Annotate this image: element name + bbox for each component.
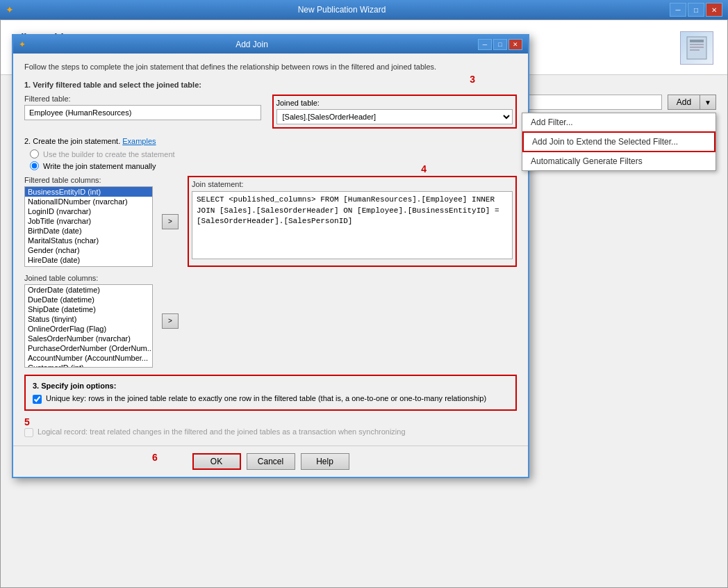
svg-rect-1 <box>690 40 704 42</box>
join-options-label: 3. Specify join options: <box>33 382 508 390</box>
modal-instruction: Follow the steps to complete the join st… <box>24 62 517 72</box>
col-item-maritalstatus[interactable]: MaritalStatus (nchar) <box>25 236 152 245</box>
radio-manual-input[interactable] <box>30 161 39 170</box>
radio-builder-input[interactable] <box>30 149 39 158</box>
jcol-shipdate[interactable]: ShipDate (datetime) <box>25 304 152 314</box>
join-statement-label: Join statement: <box>192 180 513 188</box>
app-icon: ✦ <box>6 4 14 15</box>
add-dropdown-button[interactable]: ▼ <box>700 95 716 110</box>
joined-columns-section: Joined table columns: OrderDate (datetim… <box>24 274 153 368</box>
arrow-btn-section: > <box>160 176 181 267</box>
unique-key-checkbox[interactable] <box>33 395 42 404</box>
logical-record-option: Logical record: treat related changes in… <box>24 427 517 437</box>
joined-columns-label: Joined table columns: <box>24 274 153 282</box>
col-item-businessentityid[interactable]: BusinessEntityID (int) <box>25 187 152 197</box>
joined-arrow-section: > <box>160 274 181 368</box>
jcol-orderdate[interactable]: OrderDate (datetime) <box>25 285 152 295</box>
col-item-gender[interactable]: Gender (nchar) <box>25 245 152 255</box>
add-button[interactable]: Add <box>668 95 700 110</box>
join-options-box: 3. Specify join options: Unique key: row… <box>24 375 517 411</box>
svg-rect-2 <box>690 44 704 45</box>
jcol-purchaseorder[interactable]: PurchaseOrderNumber (OrderNum... <box>25 343 152 353</box>
svg-rect-3 <box>690 47 704 48</box>
joined-columns-list[interactable]: OrderDate (datetime) DueDate (datetime) … <box>24 284 153 368</box>
add-join-modal: ✦ Add Join ─ □ ✕ Follow the steps to com… <box>12 34 529 478</box>
radio-group: Use the builder to create the statement … <box>30 149 517 170</box>
col-item-jobtitle[interactable]: JobTitle (nvarchar) <box>25 216 152 226</box>
ok-button[interactable]: OK <box>192 453 241 470</box>
filtered-table-label: Filtered table: <box>24 95 261 103</box>
unique-key-label: Unique key: rows in the joined table rel… <box>46 394 486 402</box>
step3-section: 3. Specify join options: Unique key: row… <box>24 375 517 437</box>
col-item-nationalid[interactable]: NationalIDNumber (nvarchar) <box>25 197 152 206</box>
modal-controls: ─ □ ✕ <box>478 39 522 50</box>
title-bar: ✦ New Publication Wizard ─ □ ✕ <box>0 0 728 19</box>
step2-label: 2. Create the join statement. Examples <box>24 137 156 145</box>
step3-number: 3 <box>470 74 475 85</box>
radio-builder-label: Use the builder to create the statement <box>43 150 175 158</box>
logical-record-label: Logical record: treat related changes in… <box>38 427 406 436</box>
jcol-status[interactable]: Status (tinyint) <box>25 314 152 324</box>
window-controls: ─ □ ✕ <box>670 3 722 17</box>
modal-title-bar: ✦ Add Join ─ □ ✕ <box>13 35 528 54</box>
step2-header: 2. Create the join statement. Examples <box>24 137 517 145</box>
minimize-button[interactable]: ─ <box>670 3 686 17</box>
jcol-accountnumber[interactable]: AccountNumber (AccountNumber... <box>25 353 152 363</box>
modal-maximize-button[interactable]: □ <box>493 39 507 50</box>
add-dropdown-menu: Add Filter... Add Join to Extend the Sel… <box>522 113 716 171</box>
filtered-table-selector: Filtered table: <box>24 95 261 129</box>
step1-section: 1. Verify filtered table and select the … <box>24 81 517 129</box>
add-join-item[interactable]: Add Join to Extend the Selected Filter..… <box>522 131 715 152</box>
joined-cols-row: Joined table columns: OrderDate (datetim… <box>24 274 517 368</box>
joined-table-container: Joined table: [Sales].[SalesOrderHeader] <box>272 95 518 129</box>
radio-manual-label: Write the join statement manually <box>43 162 156 170</box>
unique-key-option: Unique key: rows in the joined table rel… <box>33 394 508 404</box>
modal-minimize-button[interactable]: ─ <box>478 39 492 50</box>
jcol-duedate[interactable]: DueDate (datetime) <box>25 295 152 304</box>
radio-manual: Write the join statement manually <box>30 161 517 170</box>
modal-footer: 6 OK Cancel Help <box>13 446 528 477</box>
joined-table-label: Joined table: <box>276 99 513 107</box>
add-btn-container: Add ▼ Add Filter... Add Join to Extend t… <box>668 95 716 110</box>
modal-icon: ✦ <box>19 40 26 49</box>
jcol-onlineorderflag[interactable]: OnlineOrderFlag (Flag) <box>25 324 152 334</box>
col-item-rowguid[interactable]: rowguid (uniqueidentifier) <box>25 265 152 267</box>
maximize-button[interactable]: □ <box>688 3 704 17</box>
examples-link[interactable]: Examples <box>122 137 156 145</box>
filtered-columns-list[interactable]: BusinessEntityID (int) NationalIDNumber … <box>24 186 153 267</box>
close-button[interactable]: ✕ <box>706 3 722 17</box>
col-item-hiredate[interactable]: HireDate (date) <box>25 255 152 265</box>
filtered-columns-label: Filtered table columns: <box>24 176 153 184</box>
database-icon <box>684 34 709 62</box>
filtered-table-input[interactable] <box>24 105 261 120</box>
help-button[interactable]: Help <box>301 453 349 470</box>
table-selectors: 3 Filtered table: Joined table: [Sales].… <box>24 95 517 129</box>
cancel-button[interactable]: Cancel <box>247 453 295 470</box>
window-title: New Publication Wizard <box>14 5 670 15</box>
modal-title: Add Join <box>26 40 478 49</box>
radio-builder: Use the builder to create the statement <box>30 149 517 158</box>
columns-join-row: 4 Filtered table columns: BusinessEntity… <box>24 176 517 267</box>
col-item-birthdate[interactable]: BirthDate (date) <box>25 226 152 236</box>
add-joined-column-button[interactable]: > <box>162 313 179 329</box>
add-column-button[interactable]: > <box>162 214 179 229</box>
step5-number: 5 <box>24 416 30 427</box>
join-statement-text[interactable]: SELECT <published_columns> FROM [HumanRe… <box>192 191 513 259</box>
auto-generate-item[interactable]: Automatically Generate Filters <box>522 152 715 170</box>
filtered-columns-section: Filtered table columns: BusinessEntityID… <box>24 176 153 267</box>
jcol-salesordernumber[interactable]: SalesOrderNumber (nvarchar) <box>25 334 152 343</box>
step2-section: 2. Create the join statement. Examples U… <box>24 137 517 368</box>
wizard-icon <box>680 31 713 65</box>
col-item-loginid[interactable]: LoginID (nvarchar) <box>25 206 152 216</box>
modal-body: Follow the steps to complete the join st… <box>13 54 528 446</box>
joined-table-select[interactable]: [Sales].[SalesOrderHeader] <box>276 109 513 124</box>
step6-number: 6 <box>152 452 158 463</box>
svg-rect-4 <box>690 49 700 51</box>
join-statement-box: Join statement: SELECT <published_column… <box>188 176 517 267</box>
wizard-container: Filter Table Rows Add filters to publish… <box>0 19 728 588</box>
step4-number: 4 <box>421 163 427 174</box>
jcol-customerid[interactable]: CustomerID (int) <box>25 363 152 368</box>
modal-close-button[interactable]: ✕ <box>508 39 522 50</box>
logical-record-checkbox <box>24 428 33 437</box>
add-filter-item[interactable]: Add Filter... <box>522 113 715 131</box>
